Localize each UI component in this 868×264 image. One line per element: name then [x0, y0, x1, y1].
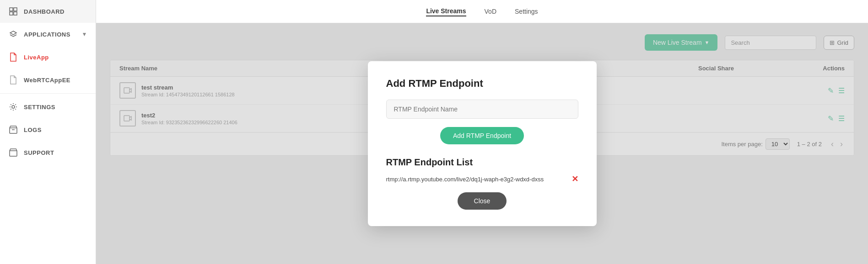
close-modal-button[interactable]: Close: [458, 192, 507, 210]
delete-endpoint-button[interactable]: ✕: [571, 174, 578, 184]
endpoint-item: rtmp://a.rtmp.youtube.com/live2/dq1j-wap…: [386, 174, 578, 184]
content-area: New Live Stream ▼ ⊞ Grid Stream Name Soc…: [96, 23, 868, 264]
sidebar-item-label: SUPPORT: [24, 149, 54, 156]
sidebar-item-dashboard[interactable]: DASHBOARD: [0, 0, 96, 23]
add-rtmp-button[interactable]: Add RTMP Endpoint: [440, 127, 524, 144]
sidebar-item-support[interactable]: SUPPORT: [0, 141, 96, 164]
archive-icon: [8, 125, 18, 135]
top-nav: Live Streams VoD Settings: [96, 0, 868, 23]
sidebar-item-liveapp[interactable]: LiveApp: [0, 46, 96, 69]
box-icon: [8, 148, 18, 158]
layers-icon: [8, 29, 18, 39]
file-icon: [8, 75, 18, 85]
sidebar-item-label: WebRTCAppEE: [24, 77, 70, 84]
sidebar-item-webrtcappee[interactable]: WebRTCAppEE: [0, 69, 96, 91]
modal-title: Add RTMP Endpoint: [386, 78, 578, 90]
svg-rect-2: [10, 12, 13, 15]
sidebar-item-label: LiveApp: [24, 54, 49, 61]
tab-live-streams[interactable]: Live Streams: [426, 6, 466, 16]
grid-icon: [8, 6, 18, 16]
main-content: Live Streams VoD Settings New Live Strea…: [96, 0, 868, 264]
svg-rect-5: [10, 128, 17, 133]
tab-settings[interactable]: Settings: [515, 7, 538, 16]
sidebar-item-label: LOGS: [24, 127, 42, 133]
sidebar-item-label: SETTINGS: [24, 104, 55, 111]
sidebar-item-label: DASHBOARD: [24, 8, 65, 15]
endpoint-list-title: RTMP Endpoint List: [386, 157, 578, 168]
svg-rect-0: [10, 8, 13, 11]
gear-icon: [8, 102, 18, 112]
add-rtmp-label: Add RTMP Endpoint: [453, 132, 511, 139]
endpoint-url: rtmp://a.rtmp.youtube.com/live2/dq1j-wap…: [386, 176, 544, 183]
add-rtmp-modal: Add RTMP Endpoint Add RTMP Endpoint RTMP…: [368, 61, 597, 226]
chevron-down-icon: ▼: [82, 31, 87, 37]
svg-rect-3: [14, 12, 17, 15]
sidebar-item-label: APPLICATIONS: [24, 31, 70, 38]
close-label: Close: [474, 197, 491, 205]
svg-rect-6: [10, 151, 17, 156]
sidebar-item-logs[interactable]: LOGS: [0, 118, 96, 141]
file-red-icon: [8, 52, 18, 62]
sidebar-item-applications[interactable]: APPLICATIONS ▼: [0, 23, 96, 46]
svg-rect-1: [14, 8, 17, 11]
sidebar: DASHBOARD APPLICATIONS ▼ LiveApp: [0, 0, 96, 264]
tab-vod[interactable]: VoD: [485, 7, 496, 16]
sidebar-item-settings[interactable]: SETTINGS: [0, 95, 96, 118]
rtmp-endpoint-input[interactable]: [386, 100, 578, 119]
divider: [0, 93, 96, 94]
modal-overlay: Add RTMP Endpoint Add RTMP Endpoint RTMP…: [96, 23, 868, 264]
svg-point-4: [12, 106, 15, 108]
